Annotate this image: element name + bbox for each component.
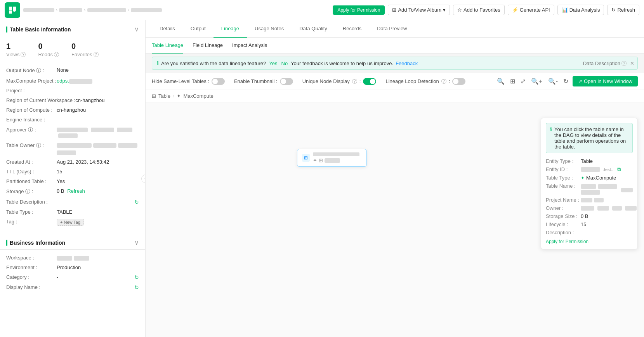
stats-row: 1 Views ? 0 Reads ? 0 Favorites ? [0,37,145,62]
info-panel-project-name: Project Name : [546,196,633,204]
field-partitioned: Partitioned Table : Yes [6,176,139,186]
edit-category-icon[interactable]: ↻ [134,274,139,280]
favorites-info-icon[interactable]: ? [94,52,99,57]
hide-same-level-toggle[interactable] [212,78,225,85]
field-created-at: Created At : Aug 21, 2023, 14:53:42 [6,157,139,167]
tab-lineage[interactable]: Lineage [214,20,247,38]
refresh-button[interactable]: ↻ Refresh [607,5,639,15]
info-icon: ℹ [157,60,159,66]
stat-reads: 0 Reads ? [38,42,59,57]
info-panel-entity-type: Entity Type : Table [546,157,633,165]
maxcompute-icon: ✦ [177,93,181,99]
field-approver: Approver ⓘ : [6,124,139,140]
new-tag-button[interactable]: + New Tag [57,219,84,226]
lineage-loop-toggle[interactable] [452,78,465,85]
tab-records[interactable]: Records [335,20,369,38]
tab-output[interactable]: Output [183,20,214,38]
info-panel-lifecycle: Lifecycle : 15 [546,220,633,228]
reset-icon-button[interactable]: ↻ [562,76,569,86]
field-region-current: Region of Current Workspace : cn-hangzho… [6,95,139,105]
dag-node-table-icon: ⊞ [302,154,310,162]
enable-thumbnail-toggle-group: Enable Thumbnail : [234,78,293,85]
lineage-loop-toggle-group: Lineage Loop Detection ? : [385,78,465,85]
feedback-no-button[interactable]: No [281,60,288,66]
basic-info-table: Output Node ⓘ : None MaxCompute Project … [0,62,145,231]
sub-tab-bar: Table Lineage Field Lineage Impact Analy… [146,38,644,54]
grid-icon-button[interactable]: ⊞ [509,76,516,86]
search-icon-button[interactable]: 🔍 [496,76,506,86]
edit-display-name-icon[interactable]: ↻ [134,284,139,290]
field-engine: Engine Instance : [6,115,139,124]
sidebar-collapse-icon[interactable]: ∨ [134,26,139,33]
lineage-loop-info-icon[interactable]: ? [441,79,446,84]
dag-breadcrumb: ⊞ Table › ✦ MaxCompute [146,90,644,102]
dag-node-name-blurred [313,152,359,156]
field-workspace: Workspace : [6,253,139,263]
tab-data-preview[interactable]: Data Preview [369,20,415,38]
business-collapse-icon[interactable]: ∨ [134,239,139,246]
feedback-banner: ℹ Are you satisfied with the data lineag… [152,57,638,70]
tab-usage-notes[interactable]: Usage Notes [247,20,292,38]
zoom-out-icon-button[interactable]: 🔍- [547,76,559,86]
field-display-name: Display Name : ↻ [6,282,139,292]
external-link-icon: ↗ [578,78,582,84]
apply-permission-button[interactable]: Apply for Permission [333,5,385,15]
info-panel-storage: Storage Size : 0 B [546,212,633,220]
feedback-link[interactable]: Feedback [396,60,418,66]
field-ttl: TTL (Days) : 15 [6,167,139,176]
sub-tab-field-lineage[interactable]: Field Lineage [193,38,223,54]
add-favorites-button[interactable]: ☆ Add to Favorites [453,5,505,15]
tab-details[interactable]: Details [152,20,183,38]
hide-same-level-toggle-group: Hide Same-Level Tables : [152,78,225,85]
expand-icon-button[interactable]: ⤢ [519,76,527,86]
zoom-in-icon-button[interactable]: 🔍+ [530,76,543,86]
field-table-type: Table Type : TABLE [6,207,139,217]
business-info-title: Business Information [6,240,65,246]
unique-node-info-icon[interactable]: ? [352,79,357,84]
info-panel-entity-id: Entity ID : :test... ⧉ [546,165,633,174]
refresh-icon: ↻ [611,7,616,13]
sidebar: Table Basic Information ∨ 1 Views ? 0 Re… [0,20,146,337]
info-panel-banner: ℹ You can click the table name in the DA… [546,123,633,153]
enable-thumbnail-toggle[interactable] [280,78,293,85]
open-new-window-button[interactable]: ↗ Open in New Window [573,76,638,86]
data-desc-info-icon[interactable]: ? [621,61,627,66]
add-album-button[interactable]: ⊞ Add To/View Album ▾ [388,5,450,15]
unique-node-toggle[interactable] [363,78,376,85]
field-output-node: Output Node ⓘ : None [6,65,139,76]
album-icon: ⊞ [392,7,396,13]
chevron-down-icon: ▾ [443,7,446,13]
field-table-desc: Table Description : ↻ [6,197,139,207]
dag-node[interactable]: ⊞ ✦ ⊞ [297,149,367,167]
sub-tab-impact-analysis[interactable]: Impact Analysis [232,38,267,54]
sidebar-title: Table Basic Information [6,26,71,33]
info-panel-icon: ℹ [550,126,552,150]
field-environment: Environment : Production [6,263,139,272]
info-panel-apply-link[interactable]: Apply for Permission [546,239,633,244]
stat-favorites: 0 Favorites ? [71,42,98,57]
info-panel-table-name: Table Name : [546,182,633,196]
dag-node-sub-icon2: ⊞ [319,157,323,163]
edit-description-icon[interactable]: ↻ [134,199,139,205]
tab-data-quality[interactable]: Data Quality [292,20,335,38]
info-panel-table-type: Table Type : ✦ MaxCompute [546,174,633,182]
main-tab-bar: Details Output Lineage Usage Notes Data … [146,20,644,38]
data-analysis-button[interactable]: 📊 Data Analysis [557,5,604,15]
field-storage: Storage ⓘ : 0 B Refresh [6,186,139,197]
data-description-link[interactable]: Data Description ? [583,60,627,66]
sub-tab-table-lineage[interactable]: Table Lineage [152,38,183,54]
controls-bar: Hide Same-Level Tables : Enable Thumbnai… [146,73,644,90]
generate-api-button[interactable]: ⚡ Generate API [508,5,554,15]
controls-right: 🔍 ⊞ ⤢ 🔍+ 🔍- ↻ ↗ Open in New Window [496,76,638,86]
dag-info-panel: ℹ You can click the table name in the DA… [541,118,638,249]
entity-id-copy-icon[interactable]: ⧉ [617,166,621,173]
reads-info-icon[interactable]: ? [54,52,59,57]
table-icon: ⊞ [152,93,156,99]
dag-canvas: ⊞ ✦ ⊞ ℹ You can click the table n [146,102,644,337]
lineage-content: ℹ Are you satisfied with the data lineag… [146,54,644,337]
banner-close-button[interactable]: ✕ [630,60,634,66]
info-panel-description: Description : [546,228,633,237]
field-table-owner: Table Owner ⓘ : [6,140,139,157]
feedback-yes-button[interactable]: Yes [269,60,277,66]
views-info-icon[interactable]: ? [21,52,26,57]
